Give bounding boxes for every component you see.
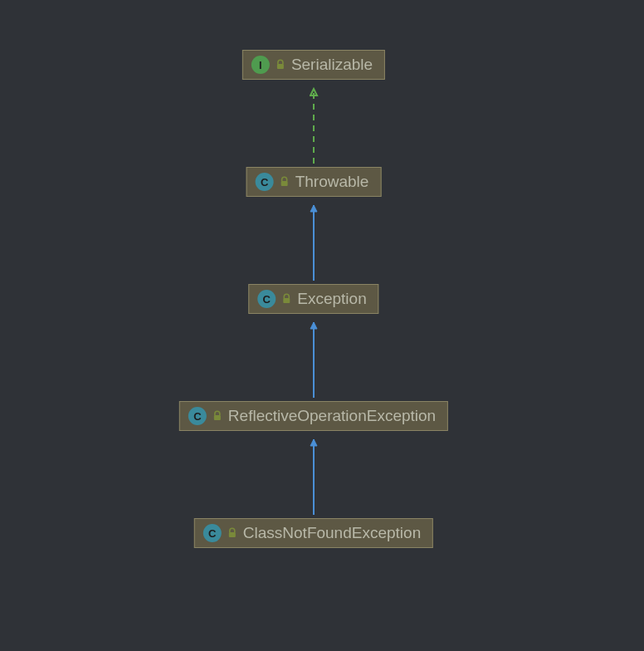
node-label: ClassNotFoundException [243, 524, 421, 542]
node-label: Serializable [291, 56, 373, 74]
lock-icon [212, 410, 223, 422]
diagram-canvas: I Serializable C Throwable C Exception C [0, 0, 644, 651]
lock-icon [279, 176, 290, 188]
node-exception[interactable]: C Exception [248, 284, 378, 314]
badge-letter: C [208, 527, 216, 540]
connectors-layer [0, 0, 644, 651]
node-class-not-found-exception[interactable]: C ClassNotFoundException [194, 518, 433, 548]
svg-rect-1 [281, 181, 288, 186]
node-label: ReflectiveOperationException [228, 407, 436, 425]
class-badge-icon: C [256, 173, 274, 191]
badge-letter: C [193, 410, 201, 423]
lock-icon [227, 527, 238, 539]
svg-rect-3 [214, 415, 221, 420]
class-badge-icon: C [188, 407, 207, 425]
svg-rect-2 [283, 298, 290, 303]
svg-rect-0 [277, 64, 284, 69]
badge-letter: I [259, 59, 262, 71]
node-label: Exception [297, 290, 366, 308]
class-badge-icon: C [203, 524, 222, 542]
lock-icon [275, 59, 286, 71]
badge-letter: C [263, 293, 271, 306]
node-throwable[interactable]: C Throwable [246, 167, 382, 197]
node-label: Throwable [295, 173, 369, 191]
badge-letter: C [261, 176, 268, 188]
interface-badge-icon: I [251, 56, 270, 74]
node-reflective-operation-exception[interactable]: C ReflectiveOperationException [179, 401, 448, 431]
node-serializable[interactable]: I Serializable [242, 50, 385, 80]
lock-icon [281, 293, 292, 305]
class-badge-icon: C [257, 290, 276, 308]
svg-rect-4 [229, 532, 236, 537]
